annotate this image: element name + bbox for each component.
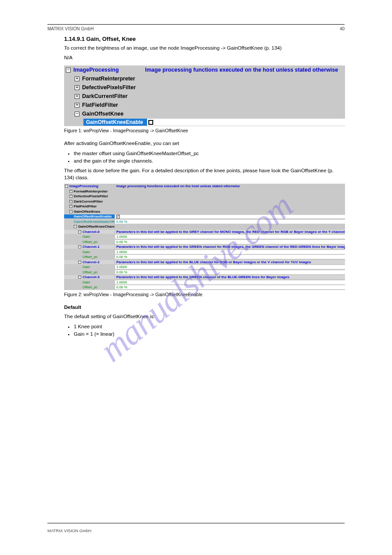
fig1-caption: Figure 1: wxPropView - ImageProcessing -… xyxy=(64,128,345,133)
default-item: 1 Knee point xyxy=(74,323,345,330)
default-desc: The default setting of GainOffsetKnee is… xyxy=(64,313,345,320)
minus-icon[interactable] xyxy=(69,210,72,213)
fig2-channels[interactable]: GainOffsetKneeChannels xyxy=(64,224,345,229)
default-item: Gain = 1 (= linear) xyxy=(74,330,345,338)
footer: MATRIX VISION GmbH xyxy=(47,528,345,533)
minus-icon[interactable]: − xyxy=(75,112,79,116)
fig1-child[interactable]: +DarkCurrentFilter xyxy=(64,92,345,101)
p3: The offset is done before the gain. For … xyxy=(64,167,345,181)
fig1-root[interactable]: ImageProcessing xyxy=(73,67,119,73)
plus-icon[interactable] xyxy=(69,205,72,208)
fig1-sel-label: GainOffsetKneeEnable xyxy=(83,119,147,126)
checkbox-empty[interactable] xyxy=(148,120,153,125)
plus-icon[interactable]: + xyxy=(75,85,79,90)
header-page-num: 40 xyxy=(340,26,345,31)
minus-icon[interactable]: − xyxy=(66,68,71,73)
plus-icon[interactable] xyxy=(69,190,72,193)
minus-icon[interactable] xyxy=(78,230,81,233)
minus-icon[interactable] xyxy=(74,225,77,228)
fig1-child[interactable]: +DefectivePixelsFilter xyxy=(64,83,345,92)
minus-icon[interactable] xyxy=(78,276,81,279)
fig1-sel-row[interactable]: GainOffsetKneeEnable xyxy=(64,118,345,126)
minus-icon[interactable] xyxy=(78,261,81,264)
bullets: the master offset using GainOffsetKneeMa… xyxy=(74,150,345,165)
plus-icon[interactable]: + xyxy=(75,103,79,108)
plus-icon[interactable]: + xyxy=(75,94,79,99)
fig2-gain[interactable]: Gain1.0000 xyxy=(64,265,345,270)
footer-left: MATRIX VISION GmbH xyxy=(47,528,91,533)
fig2-offset[interactable]: Offset_pc0.00 % xyxy=(64,254,345,260)
fig2-offset[interactable]: Offset_pc0.00 % xyxy=(64,270,345,275)
fig2-tree: ImageProcessing Image processing functio… xyxy=(64,184,345,290)
fig2-child[interactable]: DefectivePixelsFilter xyxy=(64,194,345,199)
plus-icon[interactable] xyxy=(69,195,72,198)
fig2-gain[interactable]: Gain1.0000 xyxy=(64,234,345,239)
plus-icon[interactable] xyxy=(69,200,72,203)
checkbox-checked[interactable] xyxy=(116,215,120,218)
section-title: 1.14.9.1 Gain, Offset, Knee xyxy=(64,36,345,42)
fig1-child[interactable]: +FlatFieldFilter xyxy=(64,101,345,109)
fig2-gain[interactable]: Gain1.0000 xyxy=(64,280,345,285)
p1: To correct the brightness of an image, u… xyxy=(64,45,345,52)
default-heading: Default xyxy=(64,304,345,311)
na: N/A xyxy=(64,54,345,62)
p2: After activating GainOffsetKneeEnable, y… xyxy=(64,140,345,147)
fig2-sel[interactable]: GainOffsetKneeEnable xyxy=(64,214,345,219)
fig2-channel-2[interactable]: Channel-2Parameters in this list will be… xyxy=(64,260,345,265)
default-list: 1 Knee point Gain = 1 (= linear) xyxy=(74,323,345,338)
fig2-child[interactable]: FormatReinterpreter xyxy=(64,189,345,194)
fig2-channel-1[interactable]: Channel-1Parameters in this list will be… xyxy=(64,244,345,250)
fig2-offset[interactable]: Offset_pc0.00 % xyxy=(64,285,345,290)
bullet: and the gain of the single channels. xyxy=(74,157,345,165)
fig1-root-desc: Image processing functions executed on t… xyxy=(145,67,338,73)
fig2-master-offset[interactable]: GainOffsetKneeMasterOffset_pc 0.00 % xyxy=(64,219,345,225)
fig1-tree: − ImageProcessing Image processing funct… xyxy=(64,65,345,126)
fig2-knee[interactable]: GainOffsetKnee xyxy=(64,209,345,214)
fig2-child[interactable]: DarkCurrentFilter xyxy=(64,199,345,204)
fig1-sel-val[interactable] xyxy=(147,119,345,126)
minus-icon[interactable] xyxy=(78,245,81,248)
bottom-rule xyxy=(47,523,345,523)
fig2-channel-3[interactable]: Channel-3Parameters in this list will be… xyxy=(64,275,345,280)
fig2-root-row: ImageProcessing Image processing functio… xyxy=(64,184,345,189)
fig1-child[interactable]: +FormatReinterpreter xyxy=(64,74,345,83)
minus-icon[interactable] xyxy=(65,185,68,188)
fig2-child[interactable]: FlatFieldFilter xyxy=(64,204,345,209)
fig2-offset[interactable]: Offset_pc0.00 % xyxy=(64,239,345,245)
header-left: MATRIX VISION GmbH xyxy=(47,26,94,31)
fig1-knee[interactable]: −GainOffsetKnee xyxy=(64,109,345,118)
fig1-root-row: − ImageProcessing Image processing funct… xyxy=(64,65,345,74)
plus-icon[interactable]: + xyxy=(75,76,79,81)
page: { "header": {"left": "MATRIX VISION GmbH… xyxy=(0,0,392,555)
fig2-caption: Figure 2: wxPropView - ImageProcessing -… xyxy=(64,292,345,297)
fig2-channel-0[interactable]: Channel-0Parameters in this list will be… xyxy=(64,229,345,235)
top-rule xyxy=(47,24,345,25)
bullet: the master offset using GainOffsetKneeMa… xyxy=(74,150,345,157)
fig2-gain[interactable]: Gain1.0000 xyxy=(64,250,345,255)
page-header: MATRIX VISION GmbH 40 xyxy=(47,26,345,31)
